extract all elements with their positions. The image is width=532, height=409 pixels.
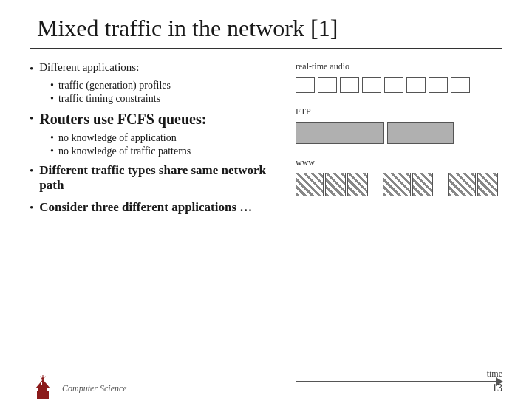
ftp-boxes	[296, 122, 502, 144]
www-group-3	[448, 173, 498, 196]
sub-bullets-2: • no knowledge of application • no knowl…	[50, 132, 281, 157]
ftp-box-1	[296, 122, 384, 144]
sub-bullet-2a: • no knowledge of application	[50, 132, 281, 144]
rt-audio-label: real-time audio	[296, 61, 502, 72]
www-box-6	[448, 173, 476, 196]
bullet-different-types: • Different traffic types share same net…	[30, 163, 281, 193]
bullet-text-1: Different applications:	[39, 61, 139, 74]
ucl-logo-icon	[30, 375, 56, 402]
sub-dot-1b: •	[50, 93, 54, 105]
bullet-dot-3: •	[30, 165, 33, 177]
sub-text-1b: traffic timing constraints	[58, 93, 160, 105]
bullet-consider: • Consider three different applications …	[30, 200, 281, 215]
www-group-2	[383, 173, 433, 196]
svg-point-5	[41, 377, 44, 380]
rt-box-2	[318, 77, 337, 93]
sub-bullet-1b: • traffic timing constraints	[50, 93, 281, 105]
www-boxes	[296, 173, 502, 196]
www-row: www	[296, 157, 502, 196]
www-group-1	[296, 173, 368, 196]
title-divider	[30, 48, 502, 49]
sub-bullet-1a: • traffic (generation) profiles	[50, 80, 281, 92]
www-box-5	[412, 173, 433, 196]
bullet-dot-2: •	[30, 112, 33, 125]
rt-box-6	[406, 77, 426, 93]
www-box-4	[383, 173, 411, 196]
footer-text: Computer Science	[62, 383, 127, 394]
rt-boxes	[296, 77, 502, 93]
sub-bullets-1: • traffic (generation) profiles • traffi…	[50, 80, 281, 105]
left-panel: • Different applications: • traffic (gen…	[30, 61, 281, 219]
www-box-2	[325, 173, 346, 196]
bullet-dot-1: •	[30, 63, 33, 75]
rt-box-8	[451, 77, 470, 93]
sub-text-2b: no knowledge of traffic patterns	[58, 145, 191, 157]
svg-rect-2	[41, 382, 42, 385]
footer: Computer Science 13	[30, 375, 502, 402]
www-label: www	[296, 157, 502, 168]
bullet-text-4: Consider three different applications …	[39, 200, 252, 215]
slide: Mixed traffic in the network [1] • Diffe…	[0, 0, 532, 409]
bullet-text-3: Different traffic types share same netwo…	[39, 163, 281, 193]
sub-text-1a: traffic (generation) profiles	[58, 80, 171, 92]
slide-title: Mixed traffic in the network [1]	[30, 15, 502, 42]
bullet-text-2: Routers use FCFS queues:	[39, 111, 206, 128]
svg-line-8	[44, 377, 46, 377]
rt-box-5	[384, 77, 403, 93]
rt-box-4	[362, 77, 381, 93]
ucl-logo: Computer Science	[30, 375, 127, 402]
sub-bullet-2b: • no knowledge of traffic patterns	[50, 145, 281, 157]
page-number: 13	[492, 382, 502, 394]
ftp-box-2	[387, 122, 454, 144]
content-area: • Different applications: • traffic (gen…	[30, 61, 502, 219]
sub-text-2a: no knowledge of application	[58, 132, 177, 144]
rt-audio-row: real-time audio	[296, 61, 502, 93]
rt-box-7	[429, 77, 448, 93]
www-box-7	[477, 173, 498, 196]
www-box-3	[347, 173, 368, 196]
svg-rect-3	[37, 391, 40, 399]
right-panel: real-time audio FTP	[296, 61, 502, 219]
ftp-row: FTP	[296, 106, 502, 144]
bullet-different-apps: • Different applications:	[30, 61, 281, 75]
bullet-dot-4: •	[30, 202, 33, 214]
ftp-label: FTP	[296, 106, 502, 117]
sub-dot-1a: •	[50, 80, 54, 92]
sub-dot-2b: •	[50, 145, 54, 157]
svg-marker-1	[35, 379, 50, 388]
rt-box-3	[340, 77, 359, 93]
www-box-1	[296, 173, 324, 196]
svg-rect-4	[46, 391, 49, 399]
rt-box-1	[296, 77, 315, 93]
sub-dot-2a: •	[50, 132, 54, 144]
bullet-routers: • Routers use FCFS queues:	[30, 111, 281, 128]
svg-line-7	[40, 377, 41, 377]
